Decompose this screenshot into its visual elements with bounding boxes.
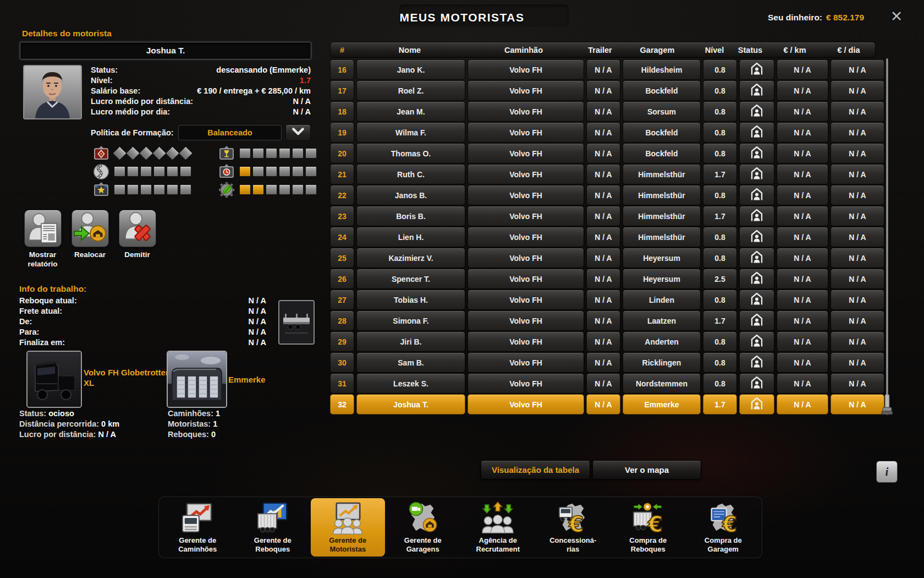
job-info-value: N / A	[249, 296, 267, 307]
cell-status	[739, 290, 774, 310]
table-row[interactable]: 18Jean M.Volvo FHN / ASorsum0.8N / AN / …	[330, 101, 875, 121]
relocate-button[interactable]: Realocar	[67, 210, 113, 269]
table-row[interactable]: 25Kazimierz V.Volvo FHN / AHeyersum0.8N …	[330, 248, 875, 267]
truck-manager-icon	[180, 501, 215, 535]
cell-level: 1.7	[703, 164, 737, 184]
cell-num: 17	[330, 80, 354, 101]
cell-per-day: N / A	[831, 122, 884, 143]
job-info-label: Reboque atual:	[19, 296, 77, 307]
table-row[interactable]: 30Sam B.Volvo FHN / ARicklingen0.8N / AN…	[330, 352, 875, 372]
table-row[interactable]: 27Tobias H.Volvo FHN / ALinden0.8N / AN …	[330, 290, 875, 309]
skill-unit	[167, 166, 178, 177]
column-header[interactable]: Trailer	[584, 46, 617, 54]
assigned-garage-name: Emmerke	[228, 375, 266, 384]
cell-level: 1.7	[703, 206, 737, 226]
truck-stat: Distância percorrida: 0 km	[19, 419, 167, 429]
cell-trailer: N / A	[586, 394, 620, 415]
column-header[interactable]: Caminhão	[466, 46, 581, 54]
skill-unit	[266, 166, 277, 177]
fragile-cargo-icon	[218, 145, 235, 162]
job-info-value: N / A	[249, 307, 267, 317]
column-header[interactable]: € / km	[769, 46, 820, 54]
table-row[interactable]: 31Leszek S.Volvo FHN / ANordstemmen0.8N …	[330, 373, 875, 392]
svg-text:€: €	[722, 512, 737, 535]
dock-item-trailer-purchase[interactable]: €Compra deReboques	[611, 498, 685, 557]
cell-status	[739, 248, 774, 268]
garage-thumbnail	[167, 351, 227, 408]
cell-trailer: N / A	[586, 269, 620, 289]
driver-manager-icon	[331, 501, 365, 535]
column-header[interactable]: Status	[733, 46, 767, 54]
table-row[interactable]: 29Jiri B.Volvo FHN / AAnderten0.8N / AN …	[330, 331, 875, 351]
info-button[interactable]: i	[876, 461, 898, 483]
table-row[interactable]: 21Ruth C.Volvo FHN / AHimmelsthür1.7N / …	[330, 164, 875, 183]
skill-unit	[140, 166, 152, 177]
dismiss-label: Demitir	[114, 250, 161, 260]
cell-garage: Laatzen	[623, 310, 701, 331]
cell-garage: Heyersum	[623, 248, 701, 268]
table-row[interactable]: 16Jano K.Volvo FHN / AHildesheim0.8N / A…	[330, 59, 875, 79]
truck-stat-value: 0 km	[101, 419, 119, 428]
training-policy-select[interactable]: Balanceado	[178, 125, 282, 140]
driver-detail-row: Nível:1.7	[91, 76, 311, 86]
dock-item-garage-manager[interactable]: Gerente deGaragens	[386, 498, 460, 557]
table-row[interactable]: 24Lien H.Volvo FHN / AHimmelsthür0.8N / …	[330, 227, 875, 246]
skill-unit	[279, 184, 290, 195]
cell-garage: Bockfeld	[623, 80, 701, 101]
column-header[interactable]: € / dia	[822, 46, 875, 54]
map-view-button[interactable]: Ver o mapa	[592, 460, 701, 479]
skill-unit	[114, 184, 125, 195]
driver-detail-label: Status:	[91, 66, 118, 76]
table-row[interactable]: 19Wilma F.Volvo FHN / ABockfeld0.8N / AN…	[330, 122, 875, 141]
skill-unit	[153, 166, 165, 177]
driver-actions: Mostrar relatórioRealocarDemitir	[19, 210, 161, 269]
table-row[interactable]: 26Spencer T.Volvo FHN / AHeyersum2.5N / …	[330, 269, 875, 288]
cell-num: 22	[330, 185, 354, 205]
column-header[interactable]: #	[331, 46, 354, 54]
drivers-table-header: #NomeCaminhãoTrailerGaragemNívelStatus€ …	[330, 42, 876, 58]
cell-per-day: N / A	[831, 185, 884, 205]
cell-per-km: N / A	[777, 352, 828, 373]
cell-trailer: N / A	[586, 185, 620, 205]
table-row[interactable]: 22Janos B.Volvo FHN / AHimmelsthür0.8N /…	[330, 185, 875, 204]
dock-item-recruitment-agency[interactable]: Agência deRecrutament	[461, 498, 535, 557]
dock-item-driver-manager[interactable]: Gerente deMotoristas	[311, 498, 385, 557]
table-row[interactable]: 32Joshua T.Volvo FHN / AEmmerke1.7N / AN…	[330, 394, 875, 413]
column-header[interactable]: Nível	[698, 46, 731, 54]
screen: MEUS MOTORISTAS Seu dinheiro:€ 852.179 ✕…	[0, 0, 924, 578]
training-policy-dropdown-button[interactable]	[285, 124, 311, 141]
show-report-button[interactable]: Mostrar relatório	[19, 210, 66, 269]
dock-item-garage-purchase[interactable]: €Compra deGaragem	[686, 498, 761, 557]
cell-num: 29	[330, 331, 354, 352]
dock-item-dealers[interactable]: €Concessioná-rias	[536, 498, 610, 557]
dock-item-trailer-manager[interactable]: Gerente deReboques	[236, 498, 310, 557]
column-header[interactable]: Garagem	[619, 46, 696, 54]
table-view-button[interactable]: Visualização da tabela	[481, 460, 590, 479]
dock-item-label: Agência deRecrutament	[476, 536, 520, 553]
table-row[interactable]: 28Simona F.Volvo FHN / ALaatzen1.7N / AN…	[330, 310, 875, 330]
job-info-row: De:N / A	[19, 317, 266, 328]
column-header[interactable]: Nome	[356, 46, 464, 54]
cell-level: 0.8	[703, 185, 737, 205]
skill-unit	[180, 166, 191, 177]
skill-unit	[180, 184, 191, 195]
skill-progress	[114, 148, 193, 159]
dock-item-truck-manager[interactable]: Gerente deCaminhões	[161, 498, 235, 557]
table-scrollbar-track[interactable]	[886, 58, 888, 415]
close-button[interactable]: ✕	[884, 6, 909, 28]
cell-truck: Volvo FH	[468, 227, 584, 247]
cell-name: Joshua T.	[356, 394, 465, 415]
table-row[interactable]: 20Thomas O.Volvo FHN / ABockfeld0.8N / A…	[330, 143, 875, 162]
cell-per-km: N / A	[777, 269, 828, 289]
garage-stats: Caminhões: 1Motoristas: 1Reboques: 0	[168, 408, 315, 440]
dismiss-button[interactable]: Demitir	[114, 210, 161, 269]
garage-stat: Reboques: 0	[168, 429, 315, 440]
table-row[interactable]: 23Boris B.Volvo FHN / AHimmelsthür1.7N /…	[330, 206, 875, 225]
table-scrollbar-handle[interactable]	[881, 394, 894, 415]
cell-num: 28	[330, 310, 354, 331]
driver-detail-value: 1.7	[300, 76, 311, 86]
trailer-purchase-icon: €	[631, 501, 665, 535]
table-row[interactable]: 17Roel Z.Volvo FHN / ABockfeld0.8N / AN …	[330, 80, 875, 100]
skill-unit	[252, 184, 264, 195]
dock-item-label: Compra deGaragem	[705, 536, 742, 553]
